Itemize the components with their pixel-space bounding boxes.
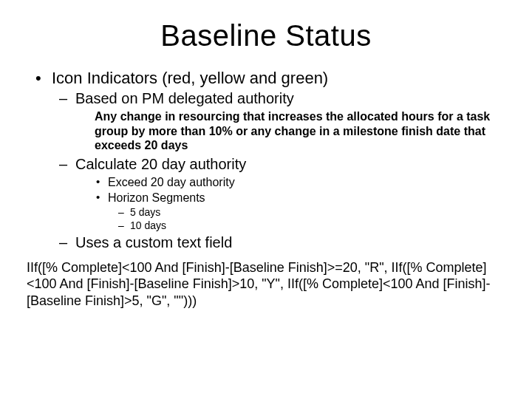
bullet-level4: 10 days: [27, 219, 505, 233]
bullet-level4: 5 days: [27, 206, 505, 219]
bullet-level2: Calculate 20 day authority: [27, 155, 505, 174]
slide: Baseline Status Icon Indicators (red, ye…: [0, 0, 532, 399]
bullet-level2: Uses a custom text field: [27, 233, 505, 252]
bullet-level3: Horizon Segments: [27, 191, 505, 205]
outline-list: Icon Indicators (red, yellow and green) …: [27, 69, 505, 252]
bullet-level3: Exceed 20 day authority: [27, 175, 505, 190]
bullet-level2: Based on PM delegated authority: [27, 89, 505, 108]
formula-text: IIf([% Complete]<100 And [Finish]-[Basel…: [27, 259, 505, 310]
slide-title: Baseline Status: [27, 19, 505, 52]
indented-note: Any change in resourcing that increases …: [27, 109, 505, 152]
bullet-level1: Icon Indicators (red, yellow and green): [27, 69, 505, 88]
